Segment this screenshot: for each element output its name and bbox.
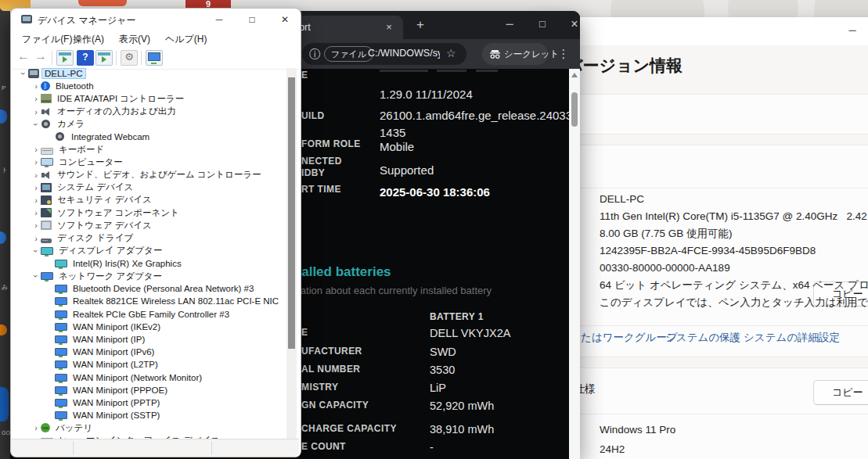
tree-item-label: ソフトウェア コンポーネント	[55, 207, 182, 219]
battery-row-label: E	[301, 327, 308, 338]
tree-item[interactable]: ›カメラ	[14, 118, 286, 131]
menu-help[interactable]: ヘルプ(H)	[165, 33, 207, 46]
expander-collapsed-icon[interactable]: ›	[31, 145, 41, 154]
tree-scrollbar[interactable]	[286, 68, 297, 439]
tree-item[interactable]: ›ネットワーク アダプター	[14, 270, 286, 282]
desktop-icon-label-fragment: P	[2, 84, 5, 91]
tree-item[interactable]: ›ソフトウェア デバイス	[14, 219, 286, 231]
close-button[interactable]: ×	[561, 11, 588, 38]
tree-item[interactable]: Intel(R) Iris(R) Xe Graphics	[14, 257, 286, 270]
minimize-button[interactable]: ─	[209, 10, 229, 29]
tree-item-label: IDE ATA/ATAPI コントローラー	[55, 93, 186, 105]
minimize-button[interactable]: ─	[841, 19, 864, 42]
settings-link[interactable]: システムの保護	[665, 331, 740, 345]
tree-item[interactable]: Realtek 8821CE Wireless LAN 802.11ac PCI…	[14, 295, 286, 307]
expander-collapsed-icon[interactable]: ›	[31, 107, 41, 117]
tree-item[interactable]: ›キーボード	[14, 143, 286, 156]
maximize-button[interactable]: □	[529, 11, 556, 38]
browser-menu-icon[interactable]: ⋮	[556, 43, 571, 65]
status-bar-separator	[211, 441, 212, 455]
report-row-value: 2025-06-30 18:36:06	[380, 184, 490, 201]
tree-item[interactable]: ›ソフトウェア コンポーネント	[14, 206, 286, 219]
forward-icon[interactable]: →	[34, 49, 47, 63]
tree-item[interactable]: ›IDE ATA/ATAPI コントローラー	[14, 92, 286, 105]
tree-item[interactable]: Realtek PCIe GbE Family Controller #3	[14, 308, 286, 321]
maximize-button[interactable]: □	[242, 10, 262, 29]
tree-item[interactable]: WAN Miniport (PPPOE)	[14, 384, 286, 396]
menu-view[interactable]: 表示(V)	[119, 33, 150, 46]
tree-item[interactable]: WAN Miniport (SSTP)	[14, 409, 286, 421]
expander-collapsed-icon[interactable]: ›	[31, 183, 41, 192]
tree-item[interactable]: ›DELL-PC	[14, 67, 286, 80]
expander-expanded-icon[interactable]: ›	[31, 120, 41, 129]
scrollbar-thumb[interactable]	[288, 77, 295, 349]
network-icon	[55, 335, 67, 343]
tree-item[interactable]: ›コンピューター	[14, 156, 286, 168]
tree-item-label: カメラ	[55, 118, 87, 130]
expander-collapsed-icon[interactable]: ›	[31, 208, 41, 217]
menu-file[interactable]: ファイル(F)	[22, 33, 72, 46]
expander-collapsed-icon[interactable]: ›	[31, 170, 41, 180]
scroll-up-icon[interactable]	[571, 73, 578, 77]
close-button[interactable]: ✕	[275, 10, 295, 29]
tab-close-icon[interactable]: ×	[383, 21, 395, 34]
network-icon	[55, 360, 67, 368]
computer-monitor-icon	[41, 158, 53, 166]
device-manager-window: デバイス マネージャー ─ □ ✕ ファイル(F) 操作(A) 表示(V) ヘル…	[10, 8, 301, 457]
tree-item[interactable]: ›ᛒBluetooth	[14, 80, 286, 92]
report-row-label: RT TIME	[301, 184, 341, 195]
tree-item[interactable]: WAN Miniport (Network Monitor)	[14, 371, 286, 384]
menu-action[interactable]: 操作(A)	[73, 33, 104, 46]
scrollbar-thumb[interactable]	[571, 92, 578, 127]
expander-collapsed-icon[interactable]: ›	[31, 423, 41, 432]
expander-expanded-icon[interactable]: ›	[19, 69, 28, 78]
app-icon[interactable]	[78, 0, 127, 6]
tree-item[interactable]: Integrated Webcam	[14, 131, 286, 143]
properties-icon[interactable]	[56, 50, 74, 66]
copy-button[interactable]: コピー	[813, 380, 868, 405]
tree-item[interactable]: ›オーディオの入力および出力	[14, 106, 286, 118]
tree-item[interactable]: WAN Miniport (PPTP)	[14, 396, 286, 409]
expander-collapsed-icon[interactable]: ›	[31, 81, 41, 91]
toolbar: ← → ? ⚙	[11, 48, 299, 70]
tree-item[interactable]: ›システム デバイス	[14, 181, 286, 194]
expander-expanded-icon[interactable]: ›	[31, 246, 41, 256]
settings-link[interactable]: システムの詳細設定	[744, 331, 840, 345]
url-text[interactable]: C:/WINDOWS/syst...	[368, 48, 440, 59]
tree-item-label: Intel(R) Iris(R) Xe Graphics	[70, 259, 184, 268]
expander-collapsed-icon[interactable]: ›	[31, 221, 41, 230]
page-info-icon[interactable]: ⓘ	[309, 48, 320, 62]
tree-item[interactable]: WAN Miniport (IPv6)	[14, 346, 286, 358]
windows-edition: Windows 11 Pro	[600, 424, 675, 436]
tree-item[interactable]: ›ディスク ドライブ	[14, 231, 286, 244]
tree-item-label: WAN Miniport (IKEv2)	[70, 322, 163, 332]
tree-item[interactable]: ›セキュリティ デバイス	[14, 194, 286, 206]
devices-icon[interactable]	[146, 50, 163, 66]
back-icon[interactable]: ←	[17, 49, 30, 63]
device-manager-titlebar: デバイス マネージャー ─ □ ✕	[11, 9, 299, 30]
tree-item[interactable]: Bluetooth Device (Personal Area Network)…	[14, 282, 286, 295]
address-bar[interactable]: ⓘ ファイル C:/WINDOWS/syst... ☆	[302, 43, 466, 65]
tree-item[interactable]: WAN Miniport (L2TP)	[14, 358, 286, 371]
expander-collapsed-icon[interactable]: ›	[31, 234, 41, 243]
new-tab-button[interactable]: +	[412, 17, 428, 33]
expander-collapsed-icon[interactable]: ›	[31, 157, 41, 167]
minimize-button[interactable]: ─	[496, 11, 523, 38]
device-spec-line: このディスプレイでは、ペン入力とタッチ入力は利用できません	[600, 294, 868, 311]
help-icon[interactable]: ?	[77, 50, 94, 66]
expander-collapsed-icon[interactable]: ›	[31, 195, 41, 205]
camera-icon	[55, 132, 66, 142]
page-scrollbar[interactable]	[569, 69, 580, 459]
tree-item[interactable]: ›ディスプレイ アダプター	[14, 245, 286, 257]
tree-item[interactable]: WAN Miniport (IP)	[14, 333, 286, 346]
tree-item[interactable]: WAN Miniport (IKEv2)	[14, 321, 286, 333]
expander-expanded-icon[interactable]: ›	[31, 271, 41, 281]
battery-row-label: CHARGE CAPACITY	[301, 423, 397, 434]
tree-item[interactable]: ›バッテリ	[14, 421, 286, 434]
scan-hardware-icon[interactable]: ⚙	[121, 50, 138, 66]
expander-collapsed-icon[interactable]: ›	[31, 94, 41, 103]
show-panel-icon[interactable]	[95, 50, 113, 66]
tree-item-label: ネットワーク アダプター	[56, 271, 164, 282]
tree-item[interactable]: ›サウンド、ビデオ、およびゲーム コントローラー	[14, 169, 286, 181]
bookmark-star-icon[interactable]: ☆	[446, 47, 456, 59]
